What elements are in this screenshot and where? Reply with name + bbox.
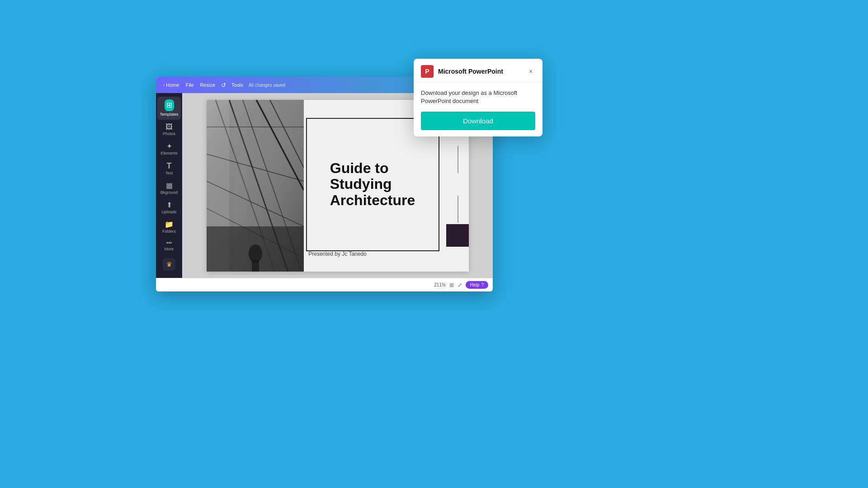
fullscreen-icon[interactable]: ⤢ (458, 282, 462, 288)
sidebar-item-background[interactable]: ▦ Bkground (157, 179, 181, 198)
home-label: Home (166, 82, 179, 88)
text-label: Text (165, 171, 173, 176)
grid-icon[interactable]: ⊞ (449, 282, 454, 288)
elements-icon: ✦ (166, 143, 172, 150)
architecture-svg (207, 100, 304, 272)
help-label: Help (470, 282, 480, 287)
bottom-bar: 211% ⊞ ⤢ Help ? (156, 278, 493, 291)
uploads-label: Uploads (161, 210, 176, 215)
sidebar-item-folders[interactable]: 📁 Folders (157, 218, 181, 237)
slide-image (207, 100, 304, 272)
help-question-mark: ? (481, 282, 484, 287)
topbar-nav: ‹ Home File Resize ↺ Tools All changes s… (160, 80, 285, 89)
folders-icon: 📁 (165, 221, 174, 228)
resize-nav-item[interactable]: Resize (197, 81, 218, 89)
popup-body: Download your design as a Microsoft Powe… (414, 83, 542, 136)
templates-label: Templates (160, 112, 178, 117)
slide-title-line3: Architecture (330, 192, 415, 208)
sidebar-item-more[interactable]: ••• More (157, 238, 181, 254)
slide-text-box: Guide to Studying Architecture (306, 118, 439, 251)
background-label: Bkground (160, 190, 178, 195)
sidebar: ⊞ Templates 🖼 Photos ✦ Elements T Text ▦… (156, 93, 182, 278)
deco-line-2 (458, 196, 458, 223)
svg-rect-15 (252, 260, 259, 272)
slide-title: Guide to Studying Architecture (330, 160, 415, 208)
photos-label: Photos (163, 131, 175, 136)
slide-presenter: Presented by Jc Tanedo (207, 251, 469, 257)
photos-icon: 🖼 (165, 123, 173, 131)
ppt-popup: P Microsoft PowerPoint × Download your d… (414, 59, 542, 136)
popup-close-button[interactable]: × (526, 67, 535, 76)
sidebar-item-text[interactable]: T Text (157, 159, 181, 178)
slide-title-line1: Guide to (330, 160, 389, 176)
deco-square (446, 224, 469, 247)
help-button[interactable]: Help ? (466, 281, 488, 289)
ppt-icon: P (421, 65, 434, 78)
saved-status: All changes saved (249, 83, 285, 88)
deco-line-1 (458, 146, 458, 173)
slide-title-line2: Studying (330, 176, 392, 192)
background-icon: ▦ (166, 182, 173, 189)
popup-description: Download your design as a Microsoft Powe… (421, 89, 535, 105)
home-nav-item[interactable]: ‹ Home (160, 81, 182, 89)
file-label: File (186, 82, 194, 88)
tools-nav-item[interactable]: Tools (229, 81, 246, 89)
sidebar-item-uploads[interactable]: ⬆ Uploads (157, 199, 181, 217)
folders-label: Folders (162, 229, 176, 234)
sidebar-item-photos[interactable]: 🖼 Photos (157, 121, 181, 139)
text-icon: T (167, 162, 172, 170)
sidebar-item-elements[interactable]: ✦ Elements (157, 140, 181, 159)
popup-header: P Microsoft PowerPoint × (414, 59, 542, 83)
ppt-letter: P (425, 68, 429, 75)
sidebar-item-templates[interactable]: ⊞ Templates (157, 97, 181, 120)
undo-button[interactable]: ↺ (219, 80, 228, 89)
elements-label: Elements (160, 151, 178, 156)
resize-label: Resize (200, 82, 215, 88)
chevron-left-icon: ‹ (163, 83, 165, 88)
popup-title: Microsoft PowerPoint (438, 68, 522, 75)
more-icon: ••• (166, 240, 172, 246)
download-button[interactable]: Download (421, 112, 535, 130)
zoom-level: 211% (434, 282, 446, 287)
tools-label: Tools (231, 82, 243, 88)
crown-button[interactable]: ♛ (163, 258, 175, 271)
close-icon: × (529, 68, 533, 75)
templates-icon: ⊞ (166, 101, 172, 109)
uploads-icon: ⬆ (166, 202, 172, 209)
sidebar-bottom: ♛ (163, 258, 175, 274)
more-label: More (165, 247, 174, 252)
file-nav-item[interactable]: File (183, 81, 197, 89)
